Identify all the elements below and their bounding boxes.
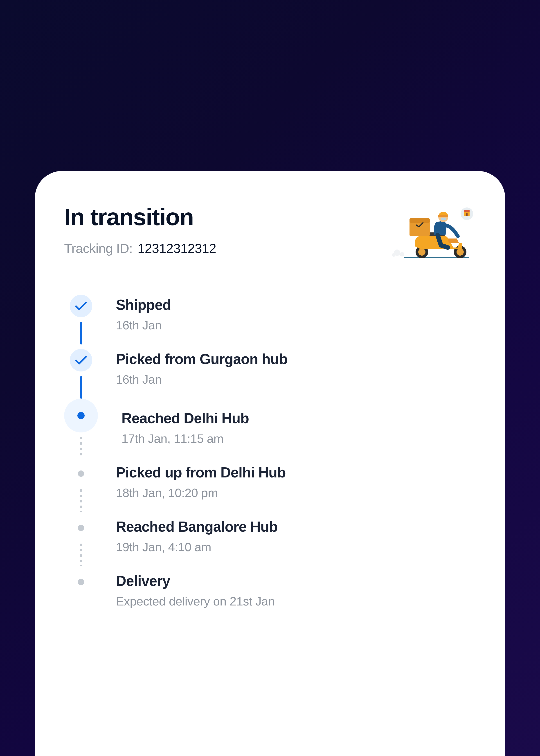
- status-title: In transition: [64, 203, 216, 231]
- timeline-content: Reached Bangalore Hub 19th Jan, 4:10 am: [116, 517, 278, 571]
- pending-dot-icon: [70, 517, 92, 539]
- svg-rect-12: [438, 215, 448, 217]
- timeline-item-picked-delhi: Picked up from Delhi Hub 18th Jan, 10:20…: [70, 462, 476, 517]
- svg-rect-13: [441, 217, 446, 220]
- timeline-connector: [80, 371, 82, 403]
- svg-rect-10: [410, 218, 430, 223]
- tracking-card: In transition Tracking ID: 12312312312: [35, 171, 505, 756]
- timeline-content: Picked from Gurgaon hub 16th Jan: [116, 349, 288, 403]
- step-title: Shipped: [116, 297, 171, 313]
- step-subtitle: 16th Jan: [116, 318, 171, 332]
- timeline-connector: [80, 539, 82, 571]
- timeline-marker: [64, 399, 98, 462]
- step-subtitle: 17th Jan, 11:15 am: [121, 432, 249, 445]
- svg-rect-16: [464, 210, 470, 212]
- step-title: Reached Delhi Hub: [121, 410, 249, 427]
- timeline-marker: [70, 462, 92, 517]
- step-subtitle: Expected delivery on 21st Jan: [116, 594, 275, 608]
- svg-point-1: [400, 252, 404, 257]
- timeline-connector: [80, 485, 82, 517]
- pending-dot-icon: [70, 462, 92, 485]
- timeline-connector: [80, 433, 82, 462]
- step-title: Delivery: [116, 572, 275, 589]
- step-subtitle: 16th Jan: [116, 372, 288, 386]
- timeline-marker: [70, 295, 92, 349]
- tracking-id-value: 12312312312: [137, 241, 216, 256]
- step-subtitle: 19th Jan, 4:10 am: [116, 540, 278, 554]
- timeline-connector: [80, 317, 82, 349]
- pending-dot-icon: [70, 571, 92, 593]
- timeline-content: Shipped 16th Jan: [116, 295, 171, 349]
- timeline-item-reached-delhi: Reached Delhi Hub 17th Jan, 11:15 am: [70, 403, 476, 462]
- svg-point-5: [418, 248, 426, 256]
- timeline-content: Picked up from Delhi Hub 18th Jan, 10:20…: [116, 462, 286, 517]
- step-title: Picked up from Delhi Hub: [116, 464, 286, 481]
- check-icon: [70, 295, 92, 317]
- card-header: In transition Tracking ID: 12312312312: [64, 203, 476, 262]
- step-title: Picked from Gurgaon hub: [116, 351, 288, 367]
- delivery-scooter-illustration: [390, 203, 476, 262]
- timeline-item-delivery: Delivery Expected delivery on 21st Jan: [70, 571, 476, 625]
- svg-point-7: [457, 248, 464, 256]
- current-dot-icon: [64, 399, 98, 433]
- current-dot: [77, 412, 84, 419]
- check-icon: [70, 349, 92, 371]
- tracking-id-row: Tracking ID: 12312312312: [64, 241, 216, 256]
- timeline-item-picked-gurgaon: Picked from Gurgaon hub 16th Jan: [70, 349, 476, 403]
- timeline-item-reached-bangalore: Reached Bangalore Hub 19th Jan, 4:10 am: [70, 517, 476, 571]
- step-title: Reached Bangalore Hub: [116, 518, 278, 535]
- timeline-marker: [70, 349, 92, 403]
- timeline-content: Delivery Expected delivery on 21st Jan: [116, 571, 275, 625]
- svg-rect-17: [466, 213, 468, 216]
- step-subtitle: 18th Jan, 10:20 pm: [116, 486, 286, 500]
- header-text-block: In transition Tracking ID: 12312312312: [64, 203, 216, 256]
- timeline-content: Reached Delhi Hub 17th Jan, 11:15 am: [121, 403, 249, 462]
- timeline-marker: [70, 517, 92, 571]
- timeline-item-shipped: Shipped 16th Jan: [70, 295, 476, 349]
- timeline: Shipped 16th Jan Picked from Gurgaon hub…: [64, 295, 476, 625]
- tracking-id-label: Tracking ID:: [64, 241, 133, 256]
- svg-point-2: [392, 253, 396, 257]
- timeline-marker: [70, 571, 92, 625]
